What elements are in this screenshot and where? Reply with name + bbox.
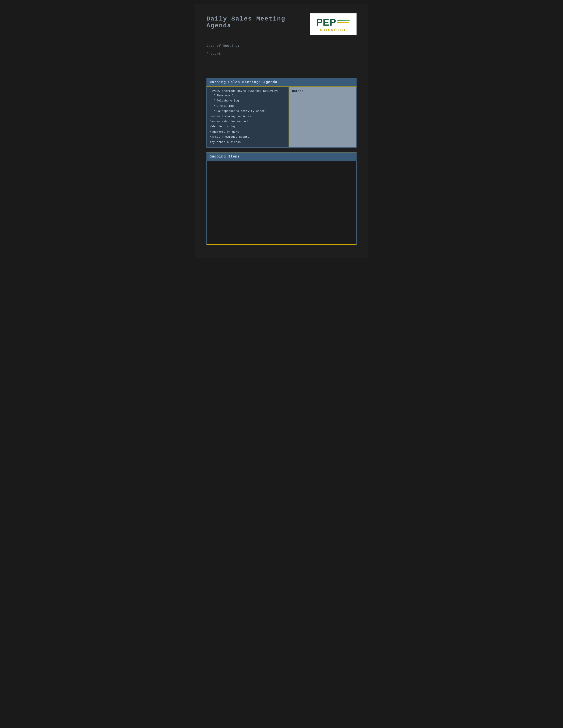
notes-right-column: Notes: xyxy=(289,87,356,147)
morning-meeting-section: Morning Sales Meeting: Agenda Review pre… xyxy=(206,78,357,148)
sub-item-telephone-text: Telephone log xyxy=(216,98,239,103)
logo-inner: PEP AUTOMOTIVE xyxy=(312,15,355,33)
logo-automotive-text: AUTOMOTIVE xyxy=(320,28,347,32)
page: Daily Sales Meeting Agenda PEP AUTOMOTIV… xyxy=(195,4,368,258)
vehicle-display: Vehicle display xyxy=(210,124,286,129)
review-vehicles-wanted: Review vehicles wanted xyxy=(210,119,286,124)
sub-item-salesperson: » Salesperson's activity sheet xyxy=(210,109,286,114)
ongoing-section-body xyxy=(206,161,357,245)
present-label: Present: xyxy=(206,52,357,56)
date-label: Date of Meeting: xyxy=(206,44,357,48)
ongoing-header-text: Ongoing Items: xyxy=(209,155,242,159)
sub-item-showroom-text: Showroom log xyxy=(216,93,237,98)
spacer xyxy=(206,60,357,78)
wave-line-2 xyxy=(337,22,349,23)
sub-item-salesperson-text: Salesperson's activity sheet xyxy=(216,109,265,114)
review-incoming: Review incoming vehicles xyxy=(210,114,286,119)
morning-section-header: Morning Sales Meeting: Agenda xyxy=(206,78,357,87)
morning-section-body: Review previous day's business activity:… xyxy=(206,87,357,148)
wave-line-1 xyxy=(337,20,351,21)
bullet-icon: » xyxy=(214,99,216,101)
ongoing-items-section: Ongoing Items: xyxy=(206,152,357,245)
logo-wave-lines xyxy=(337,20,351,24)
notes-label: Notes: xyxy=(292,89,353,93)
sub-item-showroom: » Showroom log xyxy=(210,93,286,98)
review-label: Review previous day's business activity: xyxy=(210,89,286,93)
logo-pep-text: PEP xyxy=(316,17,336,28)
morning-header-text: Morning Sales Meeting: Agenda xyxy=(209,80,277,84)
sub-item-email: » E-mail log xyxy=(210,103,286,109)
manufacturer-news: Manufacturer news xyxy=(210,129,286,134)
meta-date-section: Date of Meeting: xyxy=(206,44,357,48)
market-knowledge: Market knowledge update xyxy=(210,134,286,139)
page-title: Daily Sales Meeting Agenda xyxy=(206,15,310,29)
sub-item-email-text: E-mail log xyxy=(216,103,234,109)
any-other-business: Any other business xyxy=(210,140,286,145)
agenda-left-column: Review previous day's business activity:… xyxy=(207,87,289,147)
header: Daily Sales Meeting Agenda PEP AUTOMOTIV… xyxy=(206,13,357,35)
wave-line-3 xyxy=(337,24,348,24)
logo-top-row: PEP xyxy=(316,17,351,28)
bullet-icon: » xyxy=(214,94,216,96)
logo-box: PEP AUTOMOTIVE xyxy=(310,13,357,35)
meta-present-section: Present: xyxy=(206,52,357,56)
bullet-icon: » xyxy=(214,109,216,112)
bullet-icon: » xyxy=(214,104,216,107)
sub-item-telephone: » Telephone log xyxy=(210,98,286,103)
ongoing-section-header: Ongoing Items: xyxy=(206,152,357,161)
